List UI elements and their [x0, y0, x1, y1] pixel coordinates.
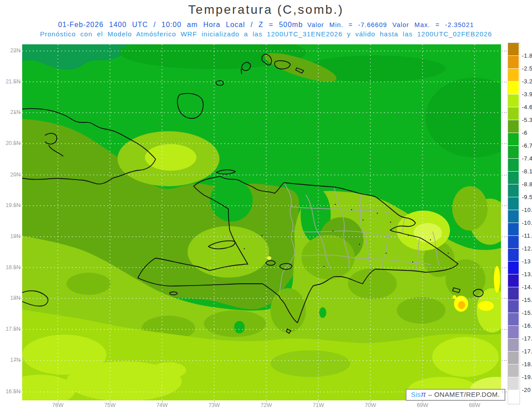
legend-color-swatch [508, 249, 519, 262]
legend-color-swatch [508, 262, 519, 274]
legend-value-label: -5.3 [522, 117, 532, 123]
legend-color-swatch [508, 313, 519, 326]
lat-margin-dash-right [502, 267, 507, 268]
lon-axis-tick [214, 400, 215, 403]
legend-color-swatch [508, 339, 519, 352]
legend-value-label: -10.9 [522, 219, 532, 226]
legend-color-swatch [508, 210, 519, 223]
subtitle-minmax: Valor Min. = -7.66609 Valor Max. = -2.35… [307, 21, 474, 28]
legend-value-label: -15.1 [522, 297, 532, 303]
lat-margin-dash [14, 329, 21, 330]
legend-color-swatch [508, 146, 519, 159]
lon-tick-label: 70W [357, 402, 384, 408]
legend-color-swatch [508, 352, 519, 364]
lon-tick-label: 76W [45, 402, 71, 408]
map-canvas [22, 44, 501, 400]
legend-color-swatch [508, 223, 519, 236]
attribution-text: – ONAMET/REP.DOM. [428, 391, 500, 398]
legend-color-swatch [508, 364, 519, 377]
lon-axis-tick [162, 400, 163, 403]
temperature-shading [22, 44, 501, 400]
lat-margin-dash [14, 205, 21, 206]
legend-color-swatch [508, 197, 519, 210]
legend-value-label: -18.6 [522, 361, 532, 368]
lat-margin-dash [14, 391, 21, 392]
lon-axis-tick [475, 400, 475, 403]
lon-tick-label: 74W [149, 402, 176, 408]
subtitle-datetime: 01-Feb-2026 1400 UTC / 10:00 am Hora Loc… [58, 21, 303, 28]
legend-value-label: -1.8 [522, 52, 532, 59]
legend-value-label: -16.5 [522, 322, 532, 329]
legend-color-swatch [508, 133, 519, 146]
legend-value-label: -19.3 [522, 374, 532, 380]
legend-value-label: -17.2 [522, 335, 532, 342]
legend-color-swatch [508, 326, 519, 339]
attribution-brand: Sis [411, 391, 421, 398]
legend-color-swatch [508, 120, 519, 133]
lat-margin-dash [14, 298, 21, 299]
lon-tick-label: 72W [253, 402, 280, 408]
map-area: Sisπ – ONAMET/REP.DOM. [22, 44, 501, 400]
lat-margin-dash-right [502, 329, 507, 330]
lat-margin-dash-right [502, 360, 507, 361]
legend-color-swatch [508, 274, 519, 287]
legend-color-swatch [508, 377, 519, 390]
legend-color-swatch [508, 94, 519, 107]
legend-color-swatch [508, 172, 519, 184]
lon-tick-label: 68W [462, 402, 488, 408]
lon-tick-label: 73W [201, 402, 227, 408]
legend-color-swatch [508, 56, 519, 69]
legend-color-swatch [508, 82, 519, 94]
legend-value-label: -3.2 [522, 78, 532, 85]
lon-tick-label: 69W [409, 402, 436, 408]
lat-margin-dash-right [502, 143, 507, 144]
page-title: Temperatura (C,somb.) [0, 3, 532, 17]
legend-value-label: -8.8 [522, 181, 532, 188]
legend-value-label: -3.9 [522, 91, 532, 98]
lat-margin-dash [14, 360, 21, 361]
legend-value-label: -4.6 [522, 104, 532, 110]
legend-value-label: -20 [522, 387, 531, 393]
legend-color-swatch [508, 43, 519, 56]
legend-value-label: -14.4 [522, 284, 532, 290]
legend-value-label: -9.5 [522, 194, 532, 200]
legend-value-label: -13.7 [522, 271, 532, 278]
legend-color-swatch [508, 159, 519, 172]
legend-value-label: -12.3 [522, 245, 532, 252]
lat-margin-dash-right [502, 82, 507, 82]
legend-color-swatch [508, 69, 519, 82]
subtitle-line2: Pronóstico con el Modelo Atmósferico WRF… [0, 30, 532, 38]
lat-margin-dash-right [502, 175, 507, 176]
legend-value-label: -15.8 [522, 309, 532, 316]
lat-margin-dash-right [502, 298, 507, 299]
lat-margin-dash [14, 143, 21, 144]
legend-value-label: -7.4 [522, 155, 532, 162]
lon-axis-tick [371, 400, 371, 403]
legend-value-label: -6.7 [522, 142, 532, 149]
lon-axis-tick [58, 400, 59, 403]
legend-color-swatch [508, 287, 519, 300]
lon-tick-label: 71W [305, 402, 332, 408]
lat-margin-dash-right [502, 205, 507, 206]
lon-axis-tick [422, 400, 423, 403]
lat-margin-dash-right [502, 112, 507, 113]
legend-color-swatch [508, 390, 519, 403]
legend-color-swatch [508, 184, 519, 197]
lat-margin-dash [14, 112, 21, 113]
lat-margin-dash-right [502, 391, 507, 392]
lat-margin-dash-right [502, 236, 507, 237]
legend-value-label: -11.6 [522, 232, 532, 239]
legend-value-label: -2.5 [522, 65, 532, 72]
lat-margin-dash [14, 82, 21, 82]
legend-color-swatch [508, 300, 519, 313]
pi-symbol: π [421, 390, 426, 399]
weather-map-page: Temperatura (C,somb.) 01-Feb-2026 1400 U… [0, 0, 532, 411]
attribution-box: Sisπ – ONAMET/REP.DOM. [406, 389, 505, 401]
lon-axis-tick [318, 400, 319, 403]
legend-value-label: -8.1 [522, 168, 532, 175]
lat-margin-dash [14, 175, 21, 176]
legend-value-label: -6 [522, 129, 528, 136]
lon-tick-label: 75W [97, 402, 123, 408]
lat-margin-dash-right [502, 51, 507, 51]
legend-value-label: -10.2 [522, 207, 532, 213]
